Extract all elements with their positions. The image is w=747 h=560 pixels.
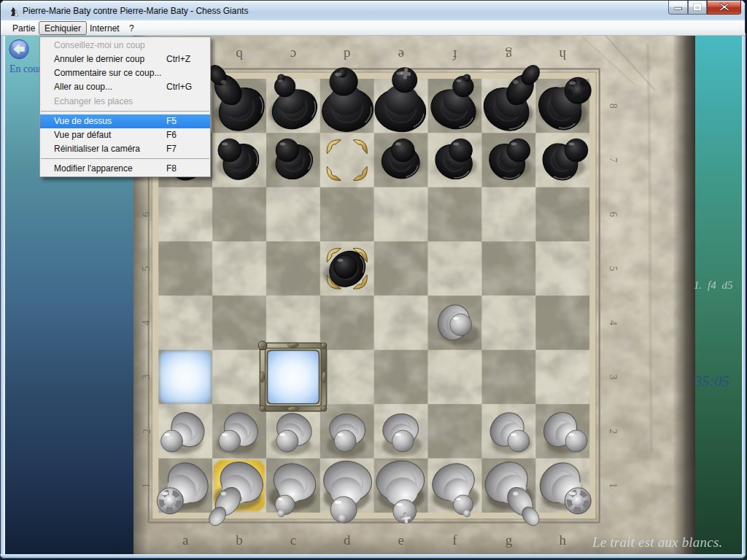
svg-text:f: f (452, 47, 457, 63)
svg-text:5: 5 (608, 266, 619, 271)
svg-text:8: 8 (608, 104, 619, 109)
svg-text:35:05: 35:05 (694, 373, 729, 389)
svg-text:c: c (290, 47, 296, 63)
svg-text:d: d (344, 47, 351, 63)
svg-text:Le trait est aux blancs.: Le trait est aux blancs. (592, 534, 722, 550)
svg-text:6: 6 (608, 211, 619, 217)
svg-text:7: 7 (608, 158, 619, 163)
svg-text:g: g (505, 47, 512, 63)
svg-text:e: e (398, 47, 403, 63)
svg-text:2: 2 (608, 429, 619, 434)
svg-text:1. f4 d5: 1. f4 d5 (694, 279, 733, 291)
svg-text:4: 4 (608, 320, 619, 325)
svg-text:3: 3 (608, 375, 619, 380)
svg-text:1: 1 (608, 483, 619, 488)
svg-text:b: b (236, 47, 243, 63)
svg-text:h: h (559, 47, 566, 63)
